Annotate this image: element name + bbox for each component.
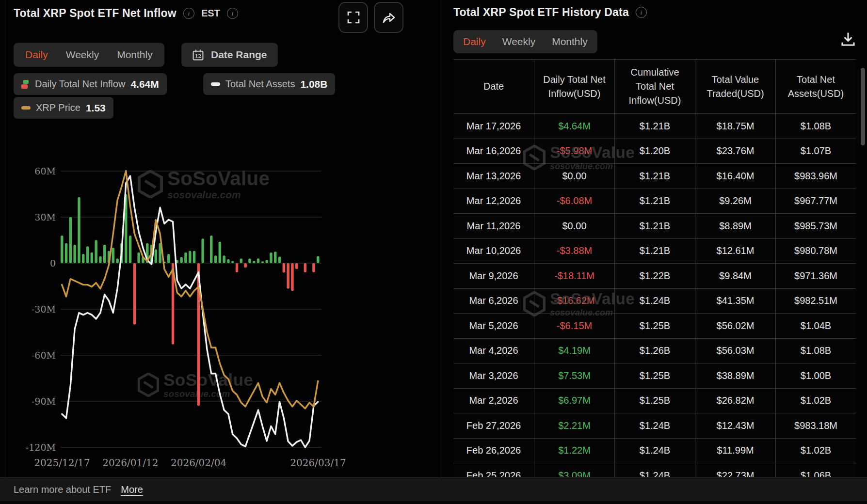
table-row: Mar 9,2026-$18.11M$1.22B$9.84M$971.36M [453, 264, 856, 289]
cell-net-assets: $1.08B [775, 114, 856, 139]
inflow-bar [112, 248, 115, 263]
inflow-bar [231, 261, 234, 263]
inflow-bar [73, 245, 76, 263]
cell-value-traded: $56.02M [695, 314, 775, 339]
inflow-bar [244, 263, 247, 268]
cell-net-assets: $982.51M [775, 289, 856, 314]
inflow-bar [240, 259, 243, 264]
table-scrollbar[interactable] [861, 68, 865, 145]
legend-total-net-assets[interactable]: Total Net Assets 1.08B [203, 73, 335, 95]
cell-net-assets: $1.02B [775, 389, 856, 414]
inflow-bar [61, 236, 64, 263]
inflow-bar [312, 263, 315, 272]
history-table: DateDaily Total Net Inflow(USD)Cumulativ… [453, 59, 856, 477]
table-row: Mar 17,2026$4.64M$1.21B$18.75M$1.08B [453, 114, 856, 139]
cell-net-assets: $983.18M [775, 413, 856, 439]
table-row: Mar 2,2026$6.97M$1.25B$26.82M$1.02B [453, 389, 856, 414]
date-range-button[interactable]: 12 Date Range [181, 43, 278, 67]
chart-title: Total XRP Spot ETF Net Inflow [14, 7, 177, 20]
cell-cumulative-inflow: $1.21B [614, 214, 695, 239]
cell-value-traded: $41.35M [695, 289, 775, 314]
cell-daily-inflow: $0.00 [534, 214, 614, 239]
table-row: Mar 16,2026-$5.98M$1.20B$23.76M$1.07B [453, 139, 856, 164]
net-inflow-panel: SoSoValue sosovalue.com SoSoValue sosova… [5, 0, 442, 477]
cell-value-traded: $11.99M [695, 439, 775, 464]
cell-date: Mar 6,2026 [453, 289, 534, 314]
info-icon[interactable]: i [183, 8, 194, 19]
footer-more-link[interactable]: More [121, 484, 143, 495]
cell-daily-inflow: -$6.15M [534, 314, 614, 339]
tab-weekly[interactable]: Weekly [66, 49, 99, 61]
table-row: Mar 13,2026$0.00$1.21B$16.40M$983.96M [453, 164, 856, 189]
table-row: Feb 25,2026$3.09M$1.24B$22.73M$1.06B [453, 463, 856, 477]
inflow-bar [317, 256, 320, 263]
legend-daily-net-inflow[interactable]: Daily Total Net Inflow 4.64M [14, 73, 167, 95]
inflow-bar [155, 250, 158, 264]
cell-date: Feb 25,2026 [453, 463, 534, 477]
netflow-chart[interactable]: 60M30M0-30M-60M-90M-120M1.65B1.6B1.5B1.4… [5, 0, 442, 477]
legend-label: Daily Total Net Inflow [35, 79, 125, 90]
cell-value-traded: $8.89M [695, 214, 775, 239]
cell-value-traded: $38.89M [695, 363, 775, 389]
inflow-bar [227, 259, 230, 263]
cell-date: Mar 13,2026 [453, 164, 534, 189]
inflow-bar [86, 246, 89, 263]
inflow-bar [261, 261, 264, 263]
inflow-bar [295, 263, 298, 269]
timezone-label: EST [201, 8, 220, 19]
cell-net-assets: $1.06B [775, 463, 856, 477]
cell-daily-inflow: $7.53M [534, 363, 614, 389]
share-button[interactable] [374, 2, 403, 33]
cell-cumulative-inflow: $1.22B [614, 264, 695, 289]
page-footer: Learn more about ETF More [0, 477, 867, 502]
cell-cumulative-inflow: $1.24B [614, 413, 695, 439]
column-header: Total Value Traded(USD) [695, 60, 775, 114]
inflow-bar [189, 251, 192, 263]
chart-interval-tabs: Daily Weekly Monthly [14, 43, 164, 67]
inflow-bar [116, 259, 119, 264]
tab-monthly[interactable]: Monthly [552, 36, 588, 47]
footer-text: Learn more about ETF [14, 484, 111, 495]
cell-net-assets: $983.96M [775, 164, 856, 189]
info-icon[interactable]: i [227, 8, 238, 19]
cell-daily-inflow: $0.00 [534, 164, 614, 189]
cell-daily-inflow: -$18.11M [534, 264, 614, 289]
cell-net-assets: $985.73M [775, 214, 856, 239]
panel-divider [442, 0, 442, 477]
svg-text:12: 12 [195, 53, 202, 59]
download-button[interactable] [840, 31, 856, 49]
cell-date: Mar 9,2026 [453, 264, 534, 289]
column-header: Daily Total Net Inflow(USD) [534, 60, 614, 114]
cell-cumulative-inflow: $1.20B [614, 139, 695, 164]
inflow-bar [287, 263, 289, 289]
inflow-bar [201, 238, 204, 263]
inflow-bar [103, 245, 106, 263]
inflow-bar [265, 260, 268, 263]
cell-date: Mar 2,2026 [453, 389, 534, 414]
cell-date: Mar 3,2026 [453, 363, 534, 389]
y-axis-left-label: -120M [26, 442, 56, 453]
cell-date: Mar 16,2026 [453, 139, 534, 164]
tab-daily[interactable]: Daily [25, 49, 48, 61]
legend-xrp-price[interactable]: XRP Price 1.53 [14, 97, 113, 119]
cell-cumulative-inflow: $1.21B [614, 189, 695, 214]
column-header: Total Net Assets(USD) [775, 60, 856, 114]
cell-daily-inflow: -$16.62M [534, 289, 614, 314]
cell-date: Mar 12,2026 [453, 189, 534, 214]
legend-value: 1.53 [86, 102, 106, 114]
tab-monthly[interactable]: Monthly [117, 49, 153, 61]
inflow-bar [82, 254, 85, 263]
tab-weekly[interactable]: Weekly [502, 36, 535, 47]
table-row: Mar 3,2026$7.53M$1.25B$38.89M$1.00B [453, 363, 856, 389]
tab-daily[interactable]: Daily [463, 36, 486, 47]
download-icon [840, 31, 856, 47]
table-interval-tabs: Daily Weekly Monthly [453, 30, 597, 53]
calendar-icon: 12 [192, 49, 204, 61]
legend-label: XRP Price [36, 102, 80, 113]
cell-cumulative-inflow: $1.21B [614, 164, 695, 189]
inflow-bar [223, 255, 225, 263]
fullscreen-button[interactable] [338, 2, 368, 33]
info-icon[interactable]: i [636, 7, 647, 18]
cell-net-assets: $967.77M [775, 189, 856, 214]
inflow-bar [193, 251, 196, 263]
